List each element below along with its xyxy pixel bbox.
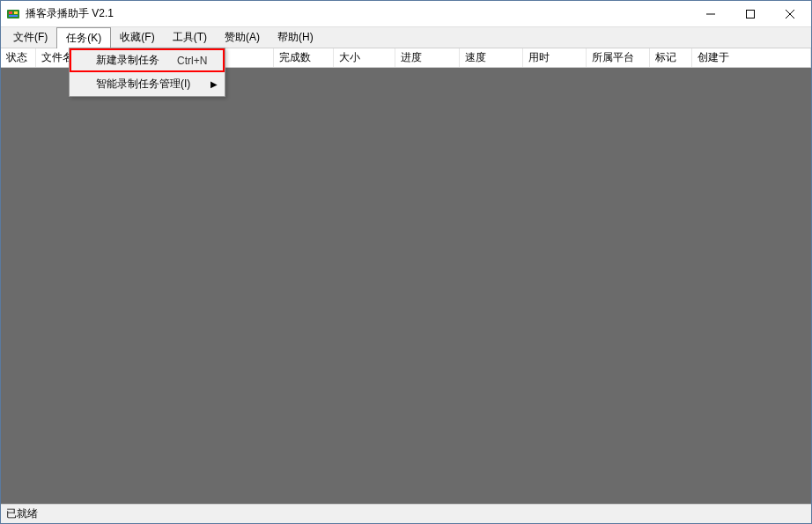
svg-rect-1 bbox=[9, 11, 12, 14]
menu-smart-record-manage[interactable]: 智能录制任务管理(I) ▶ bbox=[70, 72, 225, 96]
task-dropdown: 新建录制任务 Ctrl+N 智能录制任务管理(I) ▶ bbox=[69, 48, 225, 97]
window-controls bbox=[690, 2, 809, 26]
col-completed[interactable]: 完成数 bbox=[274, 48, 334, 67]
window-title: 播客录播助手 V2.1 bbox=[26, 6, 690, 21]
col-progress[interactable]: 进度 bbox=[395, 48, 460, 67]
svg-rect-2 bbox=[14, 11, 18, 14]
menu-item-label: 新建录制任务 bbox=[96, 53, 159, 68]
menubar: 文件(F) 任务(K) 收藏(F) 工具(T) 赞助(A) 帮助(H) bbox=[1, 27, 811, 48]
menu-item-shortcut: Ctrl+N bbox=[177, 55, 207, 67]
col-status[interactable]: 状态 bbox=[1, 48, 36, 67]
maximize-button[interactable] bbox=[730, 2, 770, 26]
col-size[interactable]: 大小 bbox=[334, 48, 395, 67]
content-area bbox=[1, 68, 811, 504]
menu-new-record-task[interactable]: 新建录制任务 Ctrl+N bbox=[70, 48, 225, 72]
menu-sponsor[interactable]: 赞助(A) bbox=[216, 27, 269, 48]
col-speed[interactable]: 速度 bbox=[460, 48, 523, 67]
col-platform[interactable]: 所属平台 bbox=[587, 48, 650, 67]
app-icon bbox=[6, 7, 20, 21]
menu-tools[interactable]: 工具(T) bbox=[164, 27, 216, 48]
menu-help[interactable]: 帮助(H) bbox=[269, 27, 322, 48]
menu-file[interactable]: 文件(F) bbox=[4, 27, 56, 48]
svg-rect-3 bbox=[9, 15, 18, 17]
menu-favorites[interactable]: 收藏(F) bbox=[111, 27, 163, 48]
col-elapsed[interactable]: 用时 bbox=[523, 48, 587, 67]
submenu-arrow-icon: ▶ bbox=[210, 79, 218, 89]
menu-task[interactable]: 任务(K) bbox=[56, 27, 111, 48]
col-created[interactable]: 创建于 bbox=[692, 48, 811, 67]
titlebar: 播客录播助手 V2.1 bbox=[1, 1, 811, 27]
menu-item-label: 智能录制任务管理(I) bbox=[96, 77, 190, 92]
minimize-button[interactable] bbox=[690, 2, 730, 26]
status-text: 已就绪 bbox=[6, 506, 38, 521]
svg-rect-5 bbox=[746, 10, 754, 18]
close-button[interactable] bbox=[770, 2, 809, 26]
statusbar: 已就绪 bbox=[1, 504, 811, 523]
col-mark[interactable]: 标记 bbox=[650, 48, 692, 67]
